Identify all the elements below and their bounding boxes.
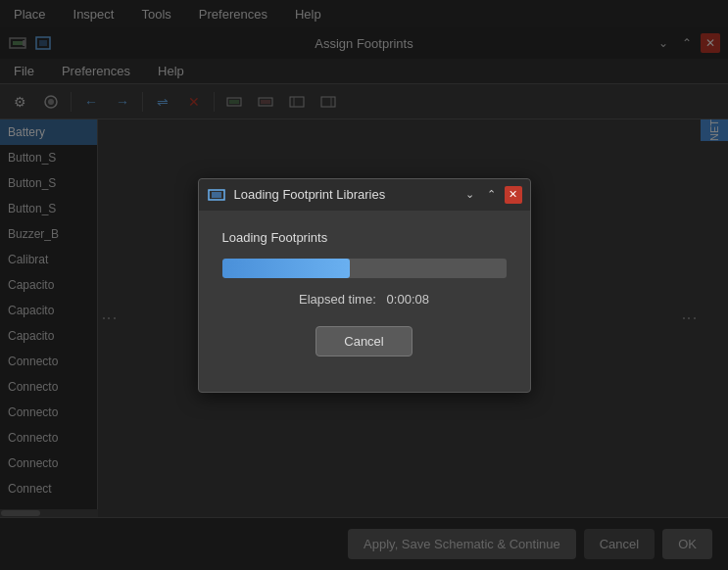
modal-footer: Cancel — [222, 326, 507, 372]
modal-controls: ⌄ ⌃ ✕ — [461, 186, 522, 204]
modal-maximize-btn[interactable]: ⌃ — [483, 186, 501, 204]
loading-dialog: Loading Footprint Libraries ⌄ ⌃ ✕ Loadin… — [198, 178, 531, 393]
modal-close-btn[interactable]: ✕ — [505, 186, 522, 204]
svg-rect-16 — [212, 192, 221, 198]
modal-minimize-btn[interactable]: ⌄ — [461, 186, 479, 204]
progress-bar-container — [222, 259, 507, 278]
modal-icon — [207, 185, 226, 205]
elapsed-value: 0:00:08 — [387, 292, 429, 307]
progress-bar-fill — [222, 259, 351, 278]
elapsed-time: Elapsed time: 0:00:08 — [222, 292, 507, 307]
modal-cancel-btn[interactable]: Cancel — [315, 326, 412, 356]
modal-title-bar: Loading Footprint Libraries ⌄ ⌃ ✕ — [199, 179, 530, 211]
modal-title-text: Loading Footprint Libraries — [234, 187, 454, 202]
loading-status-text: Loading Footprints — [222, 230, 507, 245]
modal-overlay: Loading Footprint Libraries ⌄ ⌃ ✕ Loadin… — [0, 0, 728, 570]
modal-body: Loading Footprints Elapsed time: 0:00:08… — [199, 211, 530, 392]
elapsed-label: Elapsed time: — [299, 292, 376, 307]
